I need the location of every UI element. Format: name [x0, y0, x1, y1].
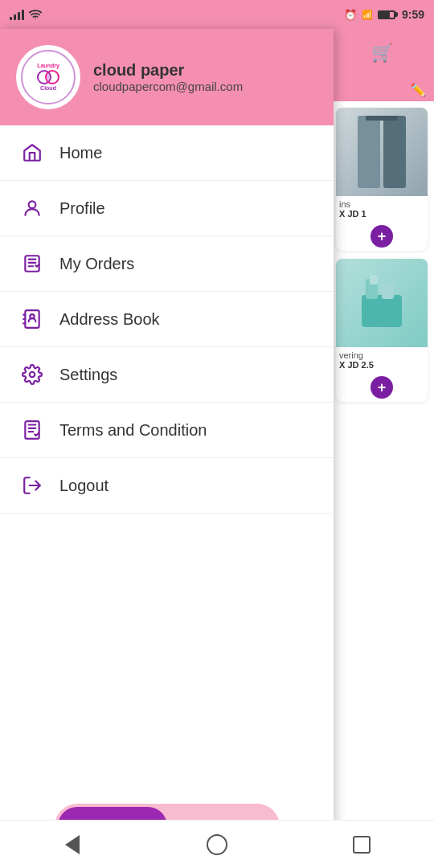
menu-label-home: Home	[59, 144, 102, 162]
app-header: 🛒	[330, 29, 434, 77]
product-info-1: ins X JD 1	[336, 196, 428, 222]
app-background: 🛒 ✏️ ins X JD 1 +	[330, 29, 434, 868]
settings-icon	[19, 362, 45, 387]
alarm-icon: ⏰	[344, 9, 357, 21]
menu-item-terms[interactable]: Terms and Condition	[0, 403, 334, 458]
svg-rect-1	[358, 116, 380, 188]
wifi-icon	[29, 8, 42, 21]
product-label-1: ins	[339, 199, 424, 209]
person-icon	[19, 195, 45, 221]
product-image-2	[336, 259, 428, 347]
cart-icon[interactable]: 🛒	[371, 43, 393, 63]
recent-button[interactable]	[349, 832, 375, 858]
user-info: cloud paper cloudpapercom@gmail.com	[93, 61, 243, 93]
battery-icon	[378, 10, 397, 19]
back-icon	[65, 835, 80, 854]
time-display: 9:59	[402, 8, 424, 21]
add-button-2[interactable]: +	[371, 376, 393, 399]
navigation-bar	[0, 820, 434, 868]
home-icon	[19, 140, 45, 166]
menu-list: Home Profile	[0, 125, 334, 784]
status-right: ⏰ 📶 9:59	[344, 8, 424, 21]
menu-label-logout: Logout	[59, 477, 108, 495]
menu-label-terms: Terms and Condition	[59, 421, 207, 440]
status-bar: ⏰ 📶 9:59	[0, 0, 434, 29]
svg-rect-3	[366, 116, 398, 121]
svg-point-10	[29, 201, 36, 208]
logout-icon	[19, 473, 45, 498]
svg-rect-4	[362, 295, 402, 327]
address-icon	[19, 306, 45, 332]
avatar: Laundry Cloud	[16, 45, 80, 109]
add-button-1[interactable]: +	[371, 225, 393, 248]
svg-rect-7	[370, 275, 378, 285]
user-email: cloudpapercom@gmail.com	[93, 80, 243, 93]
terms-icon	[19, 417, 45, 443]
home-button[interactable]	[204, 832, 230, 858]
menu-item-logout[interactable]: Logout	[0, 458, 334, 514]
drawer-header: Laundry Cloud cloud paper cloud	[0, 29, 334, 125]
svg-rect-2	[383, 116, 406, 188]
logo-text-laundry: Laundry	[37, 63, 59, 69]
menu-item-profile[interactable]: Profile	[0, 181, 334, 236]
recent-square-icon	[353, 836, 371, 854]
menu-label-address: Address Book	[59, 310, 160, 329]
svg-rect-6	[382, 283, 394, 299]
menu-item-address-book[interactable]: Address Book	[0, 292, 334, 347]
menu-label-orders: My Orders	[59, 255, 134, 273]
menu-label-settings: Settings	[59, 366, 117, 384]
product-info-2: vering X JD 2.5	[336, 347, 428, 373]
sim-icon: 📶	[362, 10, 373, 20]
product-card-2: vering X JD 2.5 +	[336, 259, 428, 402]
logo-icon-row	[37, 69, 59, 85]
pencil-icon[interactable]: ✏️	[410, 82, 426, 97]
svg-point-14	[30, 372, 35, 378]
menu-item-settings[interactable]: Settings	[0, 347, 334, 403]
status-left	[10, 8, 42, 21]
back-button[interactable]	[59, 832, 85, 858]
menu-item-home[interactable]: Home	[0, 125, 334, 181]
logo-text-cloud: Cloud	[40, 85, 56, 92]
product-image-1	[336, 108, 428, 196]
menu-item-my-orders[interactable]: My Orders	[0, 236, 334, 292]
orders-icon	[19, 251, 45, 276]
product-price-1: X JD 1	[339, 209, 424, 219]
logo: Laundry Cloud	[21, 50, 76, 104]
home-circle-icon	[207, 834, 227, 855]
user-name: cloud paper	[93, 61, 243, 80]
product-card: ins X JD 1 +	[336, 108, 428, 251]
product-label-2: vering	[339, 350, 424, 360]
product-price-2: X JD 2.5	[339, 360, 424, 370]
products-list: ins X JD 1 + vering X JD 2.5	[330, 101, 434, 416]
signal-icon	[10, 9, 24, 20]
app-container: 🛒 ✏️ ins X JD 1 +	[0, 29, 434, 868]
drawer-menu: Laundry Cloud cloud paper cloud	[0, 29, 334, 868]
svg-point-0	[35, 18, 36, 18]
menu-label-profile: Profile	[59, 199, 105, 218]
